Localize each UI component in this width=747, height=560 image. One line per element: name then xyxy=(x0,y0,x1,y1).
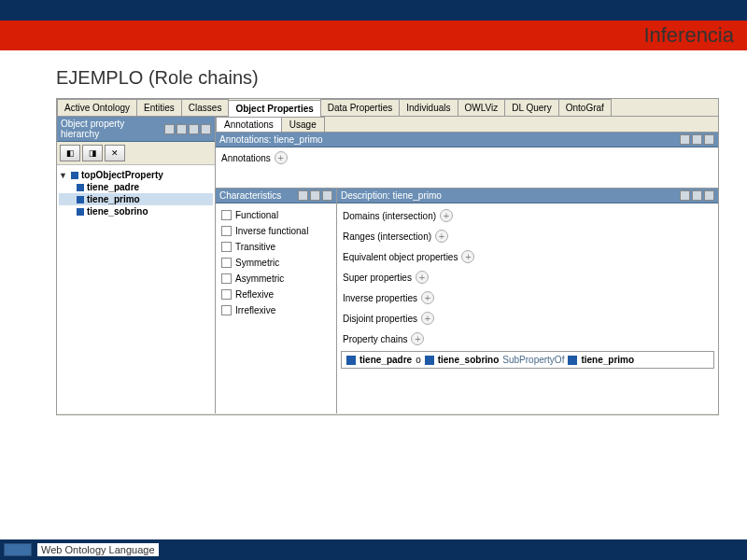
tree-root-row[interactable]: ▼ topObjectProperty xyxy=(59,169,213,181)
checkbox-icon[interactable] xyxy=(221,242,232,252)
add-chain-button[interactable]: + xyxy=(411,332,424,345)
chain-prop-2: tiene_sobrino xyxy=(438,355,500,365)
property-tree[interactable]: ▼ topObjectProperty tiene_padre tiene_pr… xyxy=(57,165,215,413)
checkbox-icon[interactable] xyxy=(221,226,232,236)
equivalent-label: Equivalent object properties xyxy=(343,252,458,262)
checkbox-row[interactable]: Irreflexive xyxy=(219,302,332,318)
description-title: Description: tiene_primo xyxy=(341,190,442,201)
slide-subtitle: EJEMPLO (Role chains) xyxy=(0,50,747,98)
tree-item-label: tiene_padre xyxy=(87,182,139,192)
top-navy-bar xyxy=(0,0,747,21)
add-equivalent-button[interactable]: + xyxy=(461,250,474,263)
footer-bar: Web Ontology Language xyxy=(0,539,747,560)
panel-icon[interactable] xyxy=(176,124,187,134)
inverse-label: Inverse properties xyxy=(343,293,417,303)
disjoint-label: Disjoint properties xyxy=(343,314,417,324)
checkbox-row[interactable]: Transitive xyxy=(219,239,332,255)
property-icon xyxy=(77,196,84,203)
panel-icon[interactable] xyxy=(201,124,211,134)
chain-relation: SubPropertyOf xyxy=(502,355,564,365)
tree-item[interactable]: tiene_primo xyxy=(59,193,213,205)
checkbox-row[interactable]: Inverse functional xyxy=(219,223,332,239)
annotations-header: Annotations: tiene_primo xyxy=(216,133,718,147)
checkbox-row[interactable]: Functional xyxy=(219,207,332,223)
main-tabs: Active Ontology Entities Classes Object … xyxy=(57,99,718,117)
checkbox-row[interactable]: Symmetric xyxy=(219,255,332,271)
panel-icon[interactable] xyxy=(704,190,714,201)
tree-root-label: topObjectProperty xyxy=(81,170,163,180)
add-disjoint-button[interactable]: + xyxy=(421,312,434,325)
property-chain-value[interactable]: tiene_padre o tiene_sobrino SubPropertyO… xyxy=(341,351,714,369)
inner-tab-annotations[interactable]: Annotations xyxy=(216,117,282,132)
panel-icon[interactable] xyxy=(692,134,702,145)
property-icon xyxy=(425,356,434,365)
chain-prop-1: tiene_padre xyxy=(359,355,412,365)
detail-panel: Annotations Usage Annotations: tiene_pri… xyxy=(216,117,718,413)
description-header: Description: tiene_primo xyxy=(337,189,718,203)
tab-ontograf[interactable]: OntoGraf xyxy=(558,99,612,116)
ranges-label: Ranges (intersection) xyxy=(343,231,431,242)
add-range-button[interactable]: + xyxy=(435,230,448,243)
footer-text: Web Ontology Language xyxy=(37,543,159,556)
panel-icon[interactable] xyxy=(704,134,714,145)
annotations-header-text: Annotations: tiene_primo xyxy=(219,134,323,145)
tree-item[interactable]: tiene_padre xyxy=(59,181,213,193)
checkbox-row[interactable]: Reflexive xyxy=(219,287,332,302)
panel-icon[interactable] xyxy=(310,190,320,201)
annotations-label: Annotations xyxy=(221,153,271,163)
checkbox-row[interactable]: Asymmetric xyxy=(219,271,332,287)
checkbox-icon[interactable] xyxy=(221,258,232,268)
characteristics-header: Characteristics xyxy=(216,189,336,203)
inner-tabs: Annotations Usage xyxy=(216,117,718,133)
delete-button[interactable]: ✕ xyxy=(105,145,125,161)
add-annotation-button[interactable]: + xyxy=(275,151,288,164)
tree-item-label: tiene_sobrino xyxy=(87,206,148,217)
checkbox-icon[interactable] xyxy=(221,210,232,220)
property-icon xyxy=(568,356,577,365)
description-panel: Description: tiene_primo Domains (inters… xyxy=(337,189,718,413)
panel-icon[interactable] xyxy=(298,190,308,201)
add-super-button[interactable]: + xyxy=(416,271,429,284)
tree-toggle-icon[interactable]: ▼ xyxy=(59,171,68,180)
property-icon xyxy=(71,172,78,179)
tree-item[interactable]: tiene_sobrino xyxy=(59,205,213,217)
domains-label: Domains (intersection) xyxy=(343,211,436,221)
panel-icon[interactable] xyxy=(680,190,690,201)
panel-icon[interactable] xyxy=(322,190,332,201)
add-child-button[interactable]: ◨ xyxy=(82,145,103,161)
checkbox-icon[interactable] xyxy=(221,289,232,300)
chain-prop-3: tiene_primo xyxy=(581,355,634,365)
add-inverse-button[interactable]: + xyxy=(421,291,434,304)
tab-owlviz[interactable]: OWLViz xyxy=(458,99,506,116)
checkbox-icon[interactable] xyxy=(221,305,232,315)
inner-tab-usage[interactable]: Usage xyxy=(281,117,325,132)
super-label: Super properties xyxy=(343,273,412,283)
tab-classes[interactable]: Classes xyxy=(181,99,230,116)
hierarchy-header: Object property hierarchy xyxy=(57,117,215,142)
tab-entities[interactable]: Entities xyxy=(136,99,182,116)
property-icon xyxy=(77,184,84,191)
panel-icon[interactable] xyxy=(692,190,702,201)
tab-active-ontology[interactable]: Active Ontology xyxy=(57,99,137,116)
property-icon xyxy=(346,356,356,365)
top-red-bar: Inferencia xyxy=(0,21,747,50)
panel-icon[interactable] xyxy=(680,134,690,145)
hierarchy-header-icons xyxy=(164,124,211,134)
characteristics-body: Functional Inverse functional Transitive… xyxy=(216,203,336,413)
chains-label: Property chains xyxy=(343,334,407,344)
panel-icon[interactable] xyxy=(164,124,175,134)
add-domain-button[interactable]: + xyxy=(440,209,453,222)
description-body: Domains (intersection)+ Ranges (intersec… xyxy=(337,203,718,413)
panel-icon[interactable] xyxy=(189,124,199,134)
tab-object-properties[interactable]: Object Properties xyxy=(228,100,320,117)
tab-data-properties[interactable]: Data Properties xyxy=(320,99,400,116)
protege-window: Active Ontology Entities Classes Object … xyxy=(56,98,719,415)
tab-individuals[interactable]: Individuals xyxy=(399,99,458,116)
characteristics-title: Characteristics xyxy=(219,190,281,201)
footer-logo-icon xyxy=(4,543,32,556)
hierarchy-title: Object property hierarchy xyxy=(61,119,164,139)
tab-dl-query[interactable]: DL Query xyxy=(504,99,558,116)
add-sibling-button[interactable]: ◧ xyxy=(60,145,80,161)
characteristics-panel: Characteristics Functional Inverse funct… xyxy=(216,189,337,413)
checkbox-icon[interactable] xyxy=(221,273,232,284)
